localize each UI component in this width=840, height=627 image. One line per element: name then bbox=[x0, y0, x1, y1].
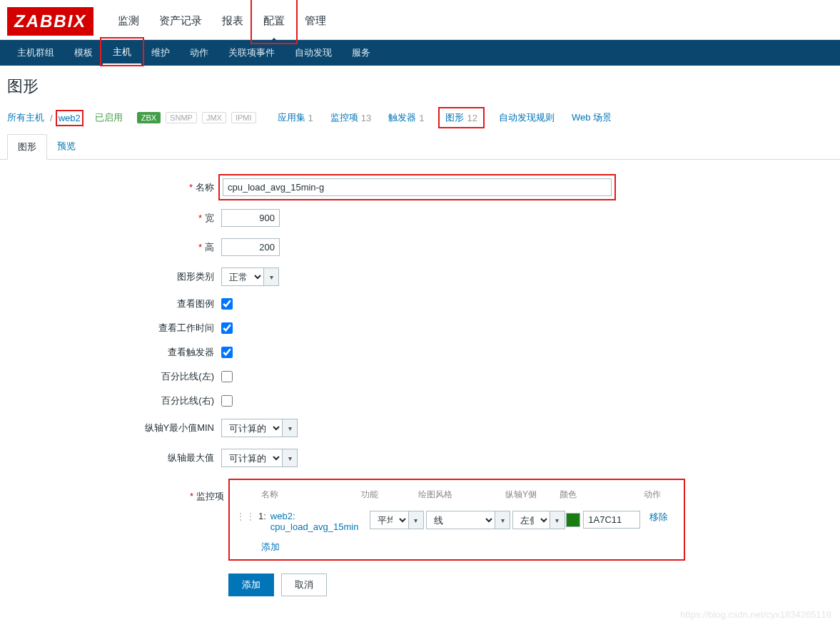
subnav-templates[interactable]: 模板 bbox=[64, 40, 103, 66]
ymax-select[interactable]: 可计算的 bbox=[221, 449, 282, 467]
badge-jmx: JMX bbox=[202, 112, 226, 123]
percent-right-label: 百分比线(右) bbox=[161, 395, 214, 406]
badge-ipmi: IPMI bbox=[231, 112, 256, 123]
cancel-button[interactable]: 取消 bbox=[281, 574, 327, 596]
sub-nav: 主机群组 模板 主机 维护 动作 关联项事件 自动发现 服务 bbox=[0, 40, 840, 66]
badge-zbx: ZBX bbox=[137, 112, 161, 123]
item-remove-link[interactable]: 移除 bbox=[649, 511, 668, 522]
graphs-count: 12 bbox=[467, 113, 477, 123]
ymin-select[interactable]: 可计算的 bbox=[221, 419, 282, 437]
page-title: 图形 bbox=[7, 76, 833, 97]
width-input[interactable] bbox=[221, 209, 280, 227]
items-area: *监控项 名称 功能 绘图风格 纵轴Y侧 颜色 动作 ⋮⋮ 1: web2: c… bbox=[228, 479, 685, 561]
subnav-services[interactable]: 服务 bbox=[342, 40, 380, 66]
chevron-down-icon[interactable]: ▾ bbox=[282, 419, 298, 437]
items-header-row: 名称 功能 绘图风格 纵轴Y侧 颜色 动作 bbox=[236, 489, 678, 508]
items-head-func: 功能 bbox=[361, 489, 418, 501]
subnav-correlation[interactable]: 关联项事件 bbox=[218, 40, 285, 66]
topnav-inventory[interactable]: 资产记录 bbox=[149, 1, 212, 41]
chevron-down-icon[interactable]: ▾ bbox=[263, 267, 279, 286]
chevron-down-icon[interactable]: ▾ bbox=[282, 449, 298, 467]
name-input[interactable] bbox=[223, 178, 612, 196]
triggers-checkbox[interactable] bbox=[221, 347, 233, 358]
applications-link[interactable]: 应用集 bbox=[278, 111, 305, 124]
subnav-actions[interactable]: 动作 bbox=[180, 40, 218, 66]
items-label: 监控项 bbox=[196, 491, 224, 501]
subnav-maintenance[interactable]: 维护 bbox=[141, 40, 180, 66]
item-row: ⋮⋮ 1: web2: cpu_load_avg_15min 平均▾ 线▾ 左侧… bbox=[236, 508, 678, 535]
host-link[interactable]: web2 bbox=[59, 113, 81, 123]
subnav-hostgroups[interactable]: 主机群组 bbox=[7, 40, 64, 66]
tab-graph[interactable]: 图形 bbox=[7, 134, 47, 160]
color-swatch[interactable] bbox=[566, 513, 580, 527]
triggers-count: 1 bbox=[419, 113, 424, 123]
top-nav: ZABBIX 监测 资产记录 报表 配置 管理 bbox=[0, 0, 840, 40]
graphs-link[interactable]: 图形 bbox=[445, 111, 464, 124]
item-host-link[interactable]: web2: bbox=[270, 511, 295, 521]
form-footer: 添加 取消 bbox=[228, 561, 833, 609]
ymax-label: 纵轴最大值 bbox=[168, 452, 214, 463]
name-label: 名称 bbox=[196, 182, 214, 193]
topnav-monitoring[interactable]: 监测 bbox=[108, 1, 149, 41]
triggers-link[interactable]: 触发器 bbox=[388, 111, 416, 124]
item-key-link[interactable]: cpu_load_avg_15min bbox=[270, 521, 359, 532]
discovery-link[interactable]: 自动发现规则 bbox=[499, 111, 555, 124]
percent-left-label: 百分比线(左) bbox=[161, 371, 214, 382]
color-input[interactable] bbox=[583, 511, 640, 529]
items-head-yaxis: 纵轴Y侧 bbox=[505, 489, 560, 501]
item-yaxis-select[interactable]: 左侧 bbox=[512, 511, 550, 529]
legend-label: 查看图例 bbox=[177, 298, 214, 309]
badge-snmp: SNMP bbox=[166, 112, 197, 123]
web-scenarios-link[interactable]: Web 场景 bbox=[572, 111, 612, 124]
host-status: 已启用 bbox=[95, 111, 123, 124]
topnav-configuration[interactable]: 配置 bbox=[253, 1, 295, 41]
height-label: 高 bbox=[205, 242, 214, 253]
subnav-hosts[interactable]: 主机 bbox=[103, 40, 141, 66]
tabs: 图形 预览 bbox=[0, 134, 840, 160]
percent-left-checkbox[interactable] bbox=[221, 371, 233, 382]
add-button[interactable]: 添加 bbox=[228, 574, 274, 596]
items-count: 13 bbox=[361, 113, 371, 123]
percent-right-checkbox[interactable] bbox=[221, 395, 233, 407]
item-add-link[interactable]: 添加 bbox=[261, 541, 280, 552]
chevron-down-icon[interactable]: ▾ bbox=[495, 511, 510, 529]
topnav-administration[interactable]: 管理 bbox=[295, 1, 336, 41]
items-head-color: 颜色 bbox=[560, 489, 644, 501]
graph-form: *名称 *宽 *高 图形类别 正常▾ 查看图例 查看工作时间 查看触发器 百分比… bbox=[0, 160, 840, 616]
breadcrumb-sep: / bbox=[50, 113, 53, 123]
host-info-row: 所有主机 / web2 已启用 ZBX SNMP JMX IPMI 应用集1 监… bbox=[0, 103, 840, 134]
item-index: 1: bbox=[258, 511, 266, 521]
items-head-action: 动作 bbox=[644, 489, 672, 501]
all-hosts-link[interactable]: 所有主机 bbox=[7, 111, 44, 124]
chevron-down-icon[interactable]: ▾ bbox=[408, 511, 424, 529]
ymin-label: 纵轴Y最小值MIN bbox=[145, 422, 215, 433]
type-label: 图形类别 bbox=[177, 271, 214, 282]
items-link[interactable]: 监控项 bbox=[330, 111, 358, 124]
chevron-down-icon[interactable]: ▾ bbox=[550, 511, 565, 529]
legend-checkbox[interactable] bbox=[221, 298, 233, 310]
triggers-label: 查看触发器 bbox=[168, 347, 214, 357]
applications-count: 1 bbox=[308, 113, 313, 123]
type-select[interactable]: 正常 bbox=[221, 267, 263, 286]
topnav-reports[interactable]: 报表 bbox=[212, 1, 253, 41]
items-head-name: 名称 bbox=[261, 489, 361, 501]
worktime-checkbox[interactable] bbox=[221, 322, 233, 334]
tab-preview[interactable]: 预览 bbox=[47, 134, 86, 159]
items-head-drawtype: 绘图风格 bbox=[418, 489, 505, 501]
subnav-discovery[interactable]: 自动发现 bbox=[285, 40, 342, 66]
height-input[interactable] bbox=[221, 238, 280, 256]
worktime-label: 查看工作时间 bbox=[158, 322, 214, 333]
item-func-select[interactable]: 平均 bbox=[370, 511, 408, 529]
item-drawtype-select[interactable]: 线 bbox=[426, 511, 495, 529]
logo[interactable]: ZABBIX bbox=[7, 7, 93, 36]
width-label: 宽 bbox=[205, 213, 214, 223]
drag-handle-icon[interactable]: ⋮⋮ bbox=[236, 511, 255, 522]
